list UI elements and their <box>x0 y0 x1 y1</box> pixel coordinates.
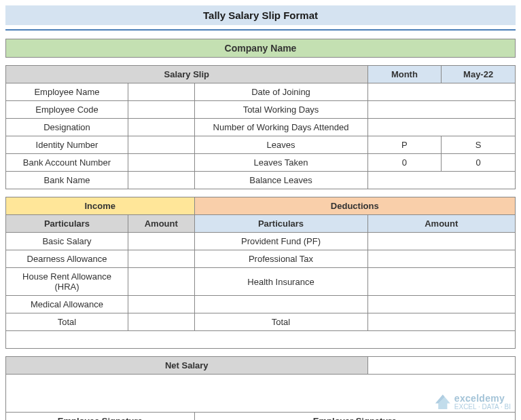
deduction-amount[interactable] <box>367 233 516 250</box>
col-amount: Amount <box>367 215 516 233</box>
field-label: Number of Working Days Attended <box>194 119 367 136</box>
field-label: Balance Leaves <box>194 172 367 189</box>
field-value[interactable] <box>128 83 195 101</box>
watermark-tag: EXCEL · DATA · BI <box>454 403 511 411</box>
leaves-col-s: S <box>442 136 516 154</box>
income-item: Dearness Allowance <box>6 250 128 268</box>
income-amount[interactable] <box>128 296 195 313</box>
watermark: exceldemy EXCEL · DATA · BI <box>435 394 511 411</box>
field-label: Identity Number <box>6 136 128 154</box>
deduction-total-amount[interactable] <box>367 313 516 331</box>
income-amount[interactable] <box>128 250 195 268</box>
field-label: Date of Joining <box>194 83 367 101</box>
field-value[interactable] <box>128 154 195 172</box>
field-label: Leaves Taken <box>194 154 367 172</box>
leaves-taken-s[interactable]: 0 <box>442 154 516 172</box>
leaves-col-p: P <box>367 136 442 154</box>
deduction-item: Professional Tax <box>194 250 367 268</box>
deduction-item: Health Insurance <box>194 268 367 296</box>
income-total-amount[interactable] <box>128 313 195 331</box>
field-value[interactable] <box>367 172 516 189</box>
month-label: Month <box>367 66 442 83</box>
watermark-brand: exceldemy <box>454 394 511 404</box>
field-label: Employee Name <box>6 83 128 101</box>
deduction-item <box>194 296 367 313</box>
deduction-amount[interactable] <box>367 296 516 313</box>
field-label: Bank Name <box>6 172 128 189</box>
company-name: Company Name <box>6 39 516 58</box>
leaves-taken-p[interactable]: 0 <box>367 154 442 172</box>
net-salary-amount[interactable] <box>367 357 516 375</box>
field-value[interactable] <box>367 119 516 136</box>
field-value[interactable] <box>128 172 195 189</box>
field-value[interactable] <box>128 101 195 119</box>
deduction-item: Provident Fund (PF) <box>194 233 367 250</box>
signature-space: exceldemy EXCEL · DATA · BI <box>6 375 516 413</box>
deduction-amount[interactable] <box>367 250 516 268</box>
income-item: Medical Allowance <box>6 296 128 313</box>
deduction-amount[interactable] <box>367 268 516 296</box>
employee-signature-label: Employee Signature <box>6 413 195 421</box>
field-value[interactable] <box>128 119 195 136</box>
income-item: House Rent Allowance (HRA) <box>6 268 128 296</box>
field-label: Designation <box>6 119 128 136</box>
field-label: Bank Account Number <box>6 154 128 172</box>
net-salary-label: Net Salary <box>6 357 368 375</box>
field-label: Leaves <box>194 136 367 154</box>
blank-row <box>6 331 516 349</box>
field-label: Total Working Days <box>194 101 367 119</box>
page-title: Tally Salary Slip Format <box>5 5 516 25</box>
salary-slip-table: Company Name Salary Slip Month May-22 Em… <box>5 39 516 420</box>
income-item: Basic Salary <box>6 233 128 250</box>
title-rule <box>5 29 516 31</box>
income-total-label: Total <box>6 313 128 331</box>
deductions-header: Deductions <box>194 197 516 215</box>
deduction-total-label: Total <box>194 313 367 331</box>
field-value[interactable] <box>367 83 516 101</box>
income-amount[interactable] <box>128 268 195 296</box>
col-amount: Amount <box>128 215 195 233</box>
income-header: Income <box>6 197 195 215</box>
income-amount[interactable] <box>128 233 195 250</box>
field-label: Employee Code <box>6 101 128 119</box>
field-value[interactable] <box>367 101 516 119</box>
employer-signature-label: Employer Signature <box>194 413 516 421</box>
col-particulars: Particulars <box>6 215 128 233</box>
house-icon <box>435 394 450 409</box>
salary-slip-header: Salary Slip <box>6 66 368 83</box>
month-value: May-22 <box>442 66 516 83</box>
col-particulars: Particulars <box>194 215 367 233</box>
field-value[interactable] <box>128 136 195 154</box>
